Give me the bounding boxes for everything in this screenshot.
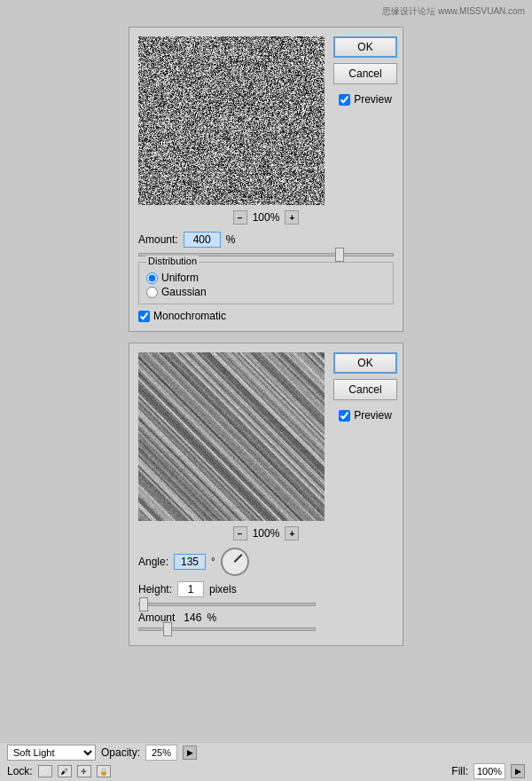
preview-checkbox-1[interactable] xyxy=(339,94,350,106)
bottom-toolbar: NormalDissolveDarkenMultiplyColor BurnLi… xyxy=(0,742,532,781)
toolbar-row-lock: Lock: ⬜ 🖌 ✛ 🔒 Fill: ▶ xyxy=(0,762,532,782)
toolbar-row-blend: NormalDissolveDarkenMultiplyColor BurnLi… xyxy=(0,743,532,762)
blend-mode-select[interactable]: NormalDissolveDarkenMultiplyColor BurnLi… xyxy=(7,745,96,761)
height-input[interactable] xyxy=(177,581,204,597)
noise-preview-1 xyxy=(138,36,325,205)
opacity-arrow[interactable]: ▶ xyxy=(183,746,197,760)
cancel-button-1[interactable]: Cancel xyxy=(333,63,397,84)
slider-row-height xyxy=(138,603,394,606)
preview-label-2: Preview xyxy=(354,409,392,422)
opacity-input[interactable] xyxy=(145,745,177,761)
zoom-level-1: 100% xyxy=(253,211,280,224)
lock-all-icon[interactable]: 🔒 xyxy=(97,765,111,777)
amount-input-1[interactable] xyxy=(184,232,221,248)
controls-1: Amount: % Distribution Uniform Gaussian … xyxy=(138,232,394,322)
zoom-level-2: 100% xyxy=(253,527,280,540)
preview-label-1: Preview xyxy=(354,93,392,106)
gaussian-row: Gaussian xyxy=(146,286,386,298)
diagonal-preview xyxy=(138,352,325,521)
angle-unit: ° xyxy=(211,556,215,568)
lock-move-icon[interactable]: ⬜ xyxy=(38,765,52,777)
angle-input[interactable] xyxy=(174,554,206,570)
zoom-plus-1[interactable]: + xyxy=(285,210,299,225)
fill-arrow[interactable]: ▶ xyxy=(511,764,525,778)
zoom-minus-1[interactable]: − xyxy=(233,210,247,225)
height-slider[interactable] xyxy=(138,603,316,606)
uniform-label: Uniform xyxy=(161,272,199,284)
distribution-box: Distribution Uniform Gaussian xyxy=(138,262,394,304)
mono-row: Monochromatic xyxy=(138,310,394,322)
distribution-title: Distribution xyxy=(146,256,199,266)
amount-label-1: Amount: xyxy=(138,233,178,246)
mono-label: Monochromatic xyxy=(153,310,226,322)
add-noise-panel: OK Cancel Preview − 100% + Amount: % Dis… xyxy=(129,27,403,332)
motion-blur-panel: OK Cancel Preview − 100% + Angle: ° Heig… xyxy=(129,343,403,646)
opacity-label: Opacity: xyxy=(101,746,140,759)
cancel-button-2[interactable]: Cancel xyxy=(333,379,397,400)
height-label: Height: xyxy=(138,583,172,596)
panel-buttons-1: OK Cancel Preview xyxy=(333,36,397,106)
lock-label: Lock: xyxy=(7,765,33,777)
fill-label: Fill: xyxy=(451,765,468,777)
height-row: Height: pixels xyxy=(138,581,394,597)
preview-area-1: OK Cancel Preview xyxy=(138,36,394,205)
amount-slider-2[interactable] xyxy=(138,627,316,631)
zoom-minus-2[interactable]: − xyxy=(233,526,247,540)
lock-paint-icon[interactable]: 🖌 xyxy=(58,765,72,777)
fill-input[interactable] xyxy=(473,763,505,779)
ok-button-2[interactable]: OK xyxy=(333,352,397,374)
angle-needle xyxy=(233,554,242,563)
zoom-row-1: − 100% + xyxy=(138,210,394,225)
preview-area-2: OK Cancel Preview xyxy=(138,352,394,521)
gaussian-radio[interactable] xyxy=(146,287,158,298)
slider-row-amount2 xyxy=(138,627,394,631)
uniform-row: Uniform xyxy=(146,272,386,284)
ok-button-1[interactable]: OK xyxy=(333,36,397,58)
amount-row-1: Amount: % xyxy=(138,232,394,248)
gaussian-label: Gaussian xyxy=(161,286,207,298)
lock-position-icon[interactable]: ✛ xyxy=(77,765,91,777)
controls-2: Angle: ° Height: pixels Amount 146 % xyxy=(138,548,394,631)
uniform-radio[interactable] xyxy=(146,272,158,284)
preview-checkbox-2[interactable] xyxy=(339,410,350,422)
watermark-top: 思缘设计论坛 www.MISSVUAN.com xyxy=(382,5,525,18)
preview-check-1: Preview xyxy=(339,93,392,106)
angle-dial[interactable] xyxy=(221,548,249,576)
mono-checkbox[interactable] xyxy=(138,311,150,322)
zoom-row-2: − 100% + xyxy=(138,526,394,540)
angle-label: Angle: xyxy=(138,556,168,568)
panel-buttons-2: OK Cancel Preview xyxy=(333,352,397,422)
zoom-plus-2[interactable]: + xyxy=(285,526,299,540)
amount-unit-1: % xyxy=(226,233,236,246)
height-unit: pixels xyxy=(209,583,237,596)
angle-row: Angle: ° xyxy=(138,548,394,576)
preview-check-2: Preview xyxy=(339,409,392,422)
